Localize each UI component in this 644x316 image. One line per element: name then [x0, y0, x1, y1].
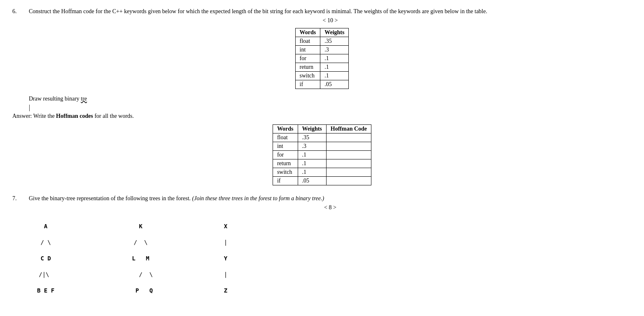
q7-text-italic: (Join these three trees in the forest to…	[192, 195, 324, 201]
table-row: return.1	[295, 63, 349, 72]
q7-text-main: Give the binary-tree representation of t…	[29, 195, 191, 201]
q6-number: 6.	[12, 8, 22, 15]
tree-x-root: X	[224, 223, 227, 229]
cell: return	[295, 63, 320, 72]
answer-rest: for all the words.	[93, 113, 134, 119]
q6-table2-container: Words Weights Hoffman Code float.35 int.…	[12, 124, 632, 185]
table2-header-words: Words	[273, 125, 298, 133]
tree-x-branch2: |	[224, 271, 227, 278]
q6-text: Construct the Hoffman code for the C++ k…	[29, 8, 632, 15]
cell: if	[273, 177, 298, 185]
q7-number: 7.	[12, 195, 22, 202]
tree-x-level2: Y	[224, 255, 227, 262]
cell: .3	[320, 46, 349, 54]
tree-a: A / \ C D /|\ B E F	[37, 214, 54, 303]
cell: .1	[320, 72, 349, 80]
cell: .1	[320, 54, 349, 63]
table-row: int.3	[295, 46, 349, 54]
cell: .3	[298, 142, 326, 151]
cell: int	[295, 46, 320, 54]
answer-bold: Hoffman codes	[56, 113, 93, 119]
tree-x-branch1: |	[224, 239, 227, 246]
table1-body: float.35 int.3 for.1 return.1 switch.1 i…	[295, 37, 349, 89]
cell-code	[326, 168, 371, 177]
table-row: return.1	[273, 159, 371, 168]
q6-table1-container: Words Weights float.35 int.3 for.1 retur…	[12, 28, 632, 89]
cell: .05	[298, 177, 326, 185]
cell: .1	[320, 63, 349, 72]
cell-code	[326, 133, 371, 142]
table-row: switch.1	[295, 72, 349, 80]
q6-table2: Words Weights Hoffman Code float.35 int.…	[273, 124, 371, 185]
table1-header-words: Words	[295, 28, 320, 37]
cell-code	[326, 159, 371, 168]
table-row: if.05	[295, 80, 349, 89]
cell: for	[273, 151, 298, 159]
q7-text: Give the binary-tree representation of t…	[29, 195, 632, 202]
question-6: 6. Construct the Hoffman code for the C+…	[12, 8, 632, 185]
cell-code	[326, 142, 371, 151]
tree-a-branch2: /|\	[39, 271, 53, 278]
cell: .1	[298, 151, 326, 159]
cell: int	[273, 142, 298, 151]
table-row: switch.1	[273, 168, 371, 177]
tree-k-level2: L M	[132, 255, 149, 262]
table2-body: float.35 int.3 for.1 return.1 switch.1 i…	[273, 133, 371, 185]
cell: .1	[298, 168, 326, 177]
cell: .05	[320, 80, 349, 89]
draw-instruction: Draw resulting binary tre	[29, 96, 632, 102]
cell: .35	[320, 37, 349, 46]
table-row: float.35	[295, 37, 349, 46]
table-row: for.1	[273, 151, 371, 159]
tree-k-level3: P Q	[128, 287, 153, 294]
cursor-line: |	[29, 104, 632, 111]
tree-k-branch1: / \	[134, 239, 148, 246]
question-7: 7. Give the binary-tree representation o…	[12, 195, 632, 303]
cell: return	[273, 159, 298, 168]
q7-header: 7. Give the binary-tree representation o…	[12, 195, 632, 202]
table-row: for.1	[295, 54, 349, 63]
cell: .1	[298, 159, 326, 168]
table-row: int.3	[273, 142, 371, 151]
tree-k-branch2: / \	[128, 271, 153, 278]
tree-a-root: A	[44, 223, 47, 229]
answer-label: Answer: Write the	[12, 113, 56, 119]
tree-a-level3: B E F	[37, 287, 54, 294]
tree-x-level3: Z	[224, 287, 227, 294]
q6-marks: < 10 >	[29, 17, 632, 24]
tree-a-branch1: / \	[40, 239, 51, 246]
table2-header-hoffman: Hoffman Code	[326, 125, 371, 133]
cell: switch	[295, 72, 320, 80]
tree-x: X | Y | Z	[219, 214, 233, 303]
tree-k-root: K	[139, 223, 142, 229]
cell: .35	[298, 133, 326, 142]
table1-header-weights: Weights	[320, 28, 349, 37]
table-row: if.05	[273, 177, 371, 185]
cell: float	[295, 37, 320, 46]
tree-k: K / \ L M / \ P Q	[128, 214, 153, 303]
answer-line: Answer: Write the Hoffman codes for all …	[12, 113, 632, 119]
table-row: float.35	[273, 133, 371, 142]
cell: if	[295, 80, 320, 89]
cell: for	[295, 54, 320, 63]
cell: switch	[273, 168, 298, 177]
q6-table1: Words Weights float.35 int.3 for.1 retur…	[295, 28, 349, 89]
cell: float	[273, 133, 298, 142]
cell-code	[326, 151, 371, 159]
tree-a-level2: C D	[40, 255, 51, 262]
table2-header-weights: Weights	[298, 125, 326, 133]
cell-code	[326, 177, 371, 185]
trees-container: A / \ C D /|\ B E F K / \ L M / \ P Q X …	[37, 214, 632, 303]
q7-marks: < 8 >	[29, 204, 632, 211]
